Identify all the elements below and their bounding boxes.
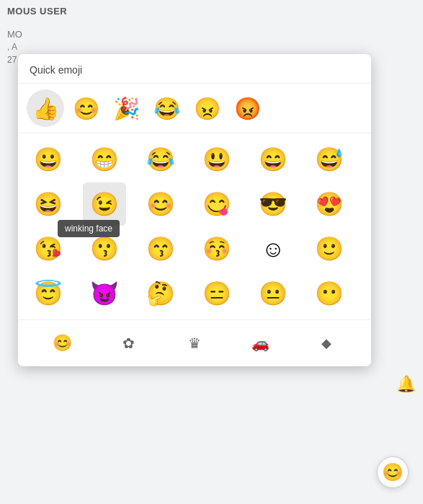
emoji-kissing-closed[interactable]: 😚 — [195, 227, 239, 270]
quick-emoji-rage[interactable]: 😡 — [228, 89, 266, 127]
emoji-smiling[interactable]: 😊 — [139, 182, 182, 226]
emoji-sunglasses[interactable]: 😎 — [251, 182, 295, 226]
quick-emoji-party[interactable]: 🎉 — [107, 89, 145, 127]
cat-crown[interactable]: ♛ — [179, 327, 210, 359]
bg-header-text: MOUS USER — [7, 6, 67, 17]
cat-nature[interactable]: ✿ — [112, 327, 144, 359]
emoji-neutral[interactable]: 😐 — [251, 272, 295, 315]
notification-bell[interactable]: 🔔 — [396, 375, 416, 394]
emoji-imp[interactable]: 😈 — [83, 272, 126, 315]
picker-title: Quick emoji — [18, 54, 371, 84]
emoji-halo[interactable]: 😇 — [27, 272, 70, 315]
category-bar: 😊 ✿ ♛ 🚗 ◆ — [18, 319, 371, 366]
emoji-grid-row1: 😀 😁 😂 😃 😄 😅 😆 😉 😊 😋 😎 😍 😘 😗 😙 😚 ☺️ 🙂 😇 😈 — [18, 133, 371, 319]
quick-emoji-thumbsup[interactable]: 👍 — [27, 89, 64, 127]
emoji-savoring[interactable]: 😋 — [195, 182, 239, 226]
bg-text-3: , A — [7, 42, 17, 52]
quick-emoji-smile[interactable]: 😊 — [67, 89, 104, 127]
bg-text-4: 27 — [7, 55, 17, 65]
quick-emoji-angry[interactable]: 😠 — [188, 89, 226, 127]
emoji-squinting[interactable]: 😆 — [27, 182, 70, 226]
emoji-slightly-smiling[interactable]: 🙂 — [308, 227, 351, 270]
emoji-big-smile[interactable]: 😃 — [195, 138, 239, 181]
cat-symbols[interactable]: ◆ — [311, 327, 342, 359]
cat-travel[interactable]: 🚗 — [245, 327, 277, 359]
cat-smileys[interactable]: 😊 — [47, 327, 79, 359]
emoji-scroll-area[interactable]: 😀 😁 😂 😃 😄 😅 😆 😉 😊 😋 😎 😍 😘 😗 😙 😚 ☺️ 🙂 😇 😈 — [18, 133, 371, 319]
quick-emoji-row: 👍 😊 🎉 😂 😠 😡 — [18, 84, 371, 133]
emoji-beaming[interactable]: 😁 — [83, 138, 126, 181]
emoji-sweat-smile[interactable]: 😅 — [308, 138, 351, 181]
emoji-kissing-smiling[interactable]: 😙 — [139, 227, 182, 270]
emoji-thinking[interactable]: 🤔 — [139, 272, 182, 315]
quick-emoji-laugh[interactable]: 😂 — [148, 89, 185, 127]
emoji-expressionless[interactable]: 😑 — [195, 272, 239, 315]
emoji-heart-eyes[interactable]: 😍 — [308, 182, 351, 226]
emoji-smile-eyes[interactable]: 😄 — [251, 138, 295, 181]
emoji-kissing[interactable]: 😗 — [83, 227, 126, 270]
emoji-grinning[interactable]: 😀 — [27, 138, 70, 181]
emoji-kissing-heart[interactable]: 😘 — [27, 227, 70, 270]
bg-text-2: MO — [7, 29, 22, 40]
emoji-no-mouth[interactable]: 😶 — [308, 272, 351, 315]
emoji-tears-joy[interactable]: 😂 — [139, 138, 182, 181]
emoji-picker: Quick emoji 👍 😊 🎉 😂 😠 😡 😀 😁 😂 😃 😄 😅 😆 😉 … — [18, 54, 371, 366]
emoji-fab-icon: 😊 — [382, 462, 404, 482]
emoji-relaxed[interactable]: ☺️ — [251, 227, 295, 270]
bell-icon: 🔔 — [396, 375, 416, 393]
emoji-winking[interactable]: 😉 — [83, 182, 126, 226]
emoji-fab-button[interactable]: 😊 — [377, 456, 409, 488]
